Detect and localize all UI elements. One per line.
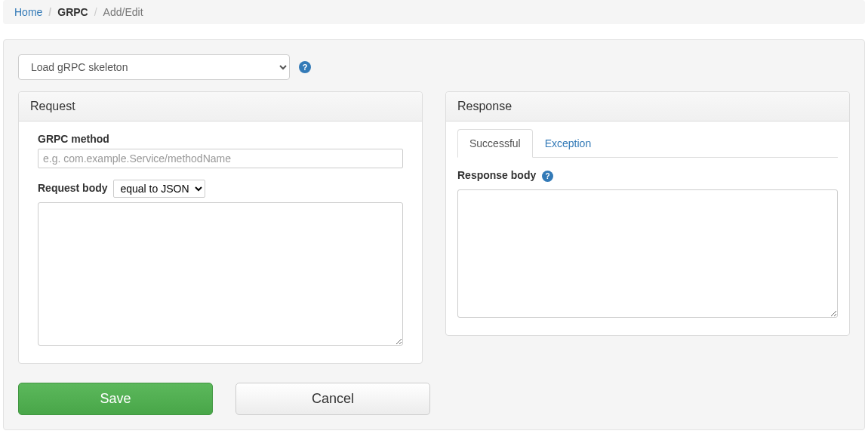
response-panel: Response Successful Exception Response b… [445,91,850,336]
load-skeleton-select[interactable]: Load gRPC skeleton [18,54,290,80]
breadcrumb-home-link[interactable]: Home [14,6,42,18]
button-row: Save Cancel [18,383,850,415]
save-button[interactable]: Save [18,383,213,415]
skeleton-row: Load gRPC skeleton ? [18,54,850,80]
request-panel-heading: Request [19,92,422,122]
tab-exception-link[interactable]: Exception [533,129,603,158]
grpc-method-input[interactable] [38,149,403,168]
tab-successful-link[interactable]: Successful [457,129,533,158]
tab-exception: Exception [533,129,603,158]
breadcrumb-item-section: GRPC [42,6,88,18]
breadcrumb-item-current: Add/Edit [88,6,143,18]
request-body-label: Request body [38,182,108,194]
request-body-textarea[interactable] [38,202,403,346]
response-body-label: Response body [457,169,536,181]
response-panel-heading: Response [446,92,849,122]
tab-successful: Successful [457,129,533,158]
response-tabs: Successful Exception [457,129,838,158]
response-body-textarea[interactable] [457,189,838,318]
request-body-match-select[interactable]: equal to JSON [113,180,205,198]
grpc-method-label: GRPC method [38,133,109,145]
form-well: Load gRPC skeleton ? Request GRPC method… [3,39,865,430]
help-icon[interactable]: ? [299,61,311,73]
help-icon[interactable]: ? [542,171,553,182]
breadcrumb-item-home: Home [14,6,42,18]
breadcrumb: Home GRPC Add/Edit [3,0,865,24]
request-panel: Request GRPC method Request body equal t… [18,91,423,364]
cancel-button[interactable]: Cancel [235,383,430,415]
